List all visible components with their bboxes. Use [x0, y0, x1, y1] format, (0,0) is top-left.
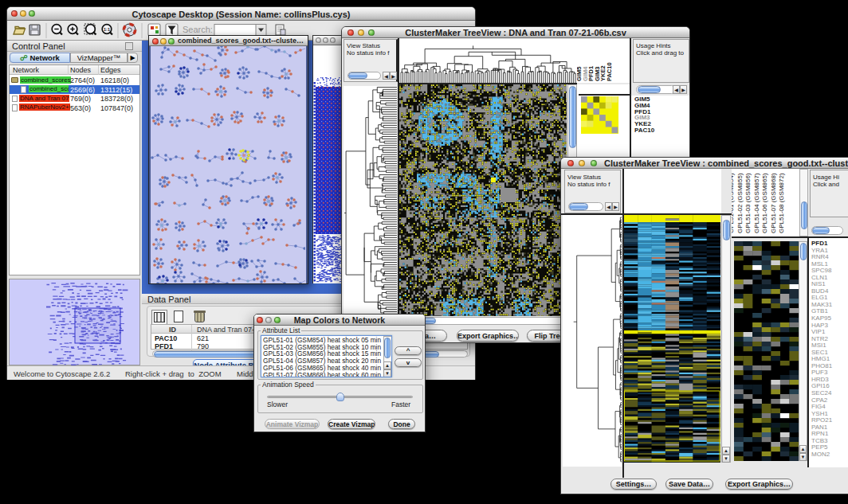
svg-text:1:1: 1:1: [104, 27, 110, 32]
svg-text:Search:: Search:: [183, 25, 213, 34]
